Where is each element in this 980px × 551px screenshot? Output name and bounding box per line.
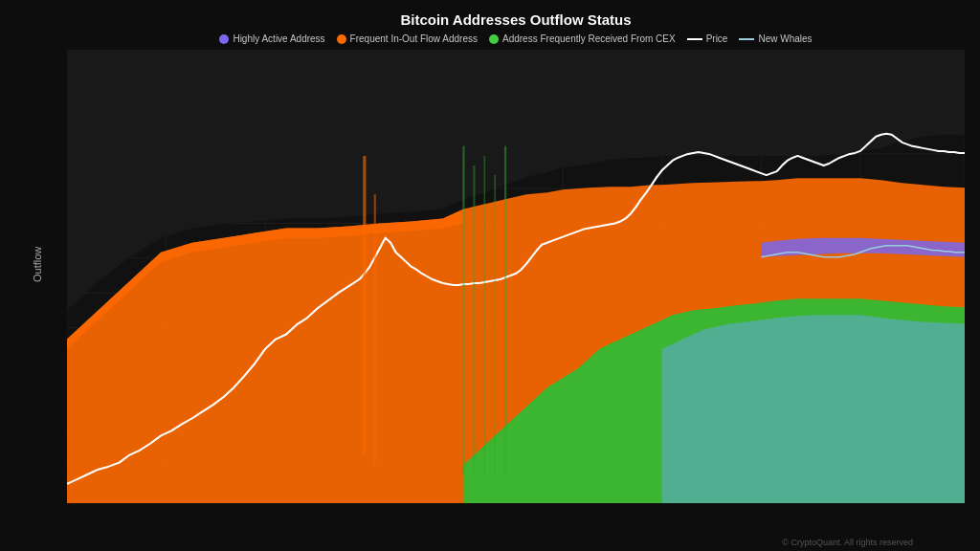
chart-area: Outflow [67, 50, 965, 503]
legend-label-frequent-inout: Frequent In-Out Flow Address [350, 33, 478, 44]
svg-marker-26 [662, 315, 965, 503]
legend-item-new-whales: New Whales [739, 33, 812, 44]
legend-label-new-whales: New Whales [758, 33, 812, 44]
legend-label-highly-active: Highly Active Address [233, 33, 324, 44]
chart-container: Bitcoin Addresses Outflow Status Highly … [0, 0, 980, 551]
frequent-inout-icon [337, 34, 346, 44]
legend-item-price: Price [687, 33, 728, 44]
chart-title: Bitcoin Addresses Outflow Status [67, 11, 965, 28]
price-icon [687, 38, 702, 40]
y-axis-label: Outflow [32, 247, 43, 282]
legend-label-price: Price [706, 33, 728, 44]
main-chart-svg: 10M 1M 100K 10K 1K 100 10 1 0.1 0.01 0.0… [67, 50, 965, 503]
legend-label-addr-cex: Address Frequently Received From CEX [502, 33, 676, 44]
legend-item-highly-active: Highly Active Address [219, 33, 324, 44]
legend-item-frequent-inout: Frequent In-Out Flow Address [337, 33, 478, 44]
addr-cex-icon [489, 34, 499, 44]
legend: Highly Active Address Frequent In-Out Fl… [67, 33, 965, 44]
legend-item-addr-cex: Address Frequently Received From CEX [489, 33, 676, 44]
new-whales-icon [739, 38, 754, 40]
highly-active-icon [219, 34, 229, 44]
watermark: © CryptoQuant. All rights reserved [782, 538, 913, 547]
